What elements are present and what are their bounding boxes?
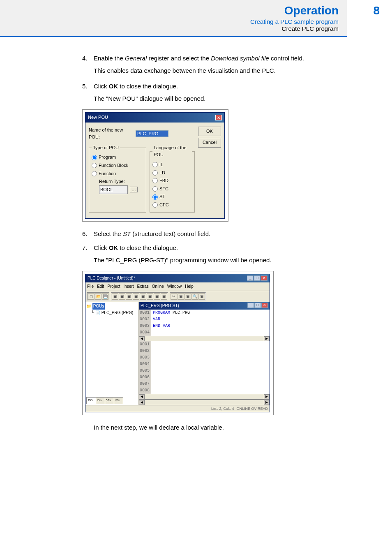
radio-program[interactable] — [92, 155, 97, 160]
dialog-titlebar: New POU ✕ — [85, 113, 224, 123]
scroll-left-icon[interactable]: ◀ — [139, 400, 145, 405]
radio-ld[interactable] — [152, 170, 158, 176]
return-type-label: Return Type: — [99, 178, 143, 185]
line-number: 0001 — [139, 310, 151, 316]
toolbar-icon[interactable]: ▣ — [161, 293, 167, 300]
toolbar-save-icon[interactable]: 💾 — [102, 293, 108, 300]
scroll-left-icon[interactable]: ◀ — [139, 336, 145, 341]
scrollbar[interactable]: ◀ ▶ — [139, 394, 270, 399]
close-icon[interactable]: ✕ — [215, 115, 222, 120]
italic-term: General — [125, 55, 147, 62]
minimize-icon[interactable]: _ — [247, 275, 254, 281]
declaration-pane[interactable]: 0001PROGRAM PLC_PRG 0002VAR 0003END_VAR … — [139, 310, 270, 336]
line-number: 0004 — [139, 361, 151, 368]
maximize-icon[interactable]: □ — [254, 275, 261, 281]
radio-function-block[interactable] — [92, 163, 97, 168]
radio-st[interactable] — [152, 194, 158, 200]
toolbar-copy-icon[interactable]: ▣ — [178, 293, 184, 300]
line-number: 0006 — [139, 374, 151, 381]
toolbar-icon[interactable]: ▣ — [198, 293, 205, 300]
scroll-left-icon[interactable]: ◀ — [139, 394, 145, 399]
toolbar-cut-icon[interactable]: ✂ — [171, 293, 177, 300]
header-subtitle-2: Create PLC program — [215, 25, 339, 32]
text: Enable the — [94, 55, 125, 62]
keyword: PROGRAM — [153, 310, 170, 315]
pou-name-input[interactable] — [136, 130, 168, 137]
folder-icon: 📁 — [86, 304, 91, 308]
body-content: 4. Enable the General register and selec… — [0, 37, 392, 432]
step-6: 6. Select the ST (structured text) contr… — [82, 229, 359, 239]
scroll-right-icon[interactable]: ▶ — [264, 336, 270, 341]
tab-pou[interactable]: PO.. — [86, 397, 96, 404]
minimize-icon[interactable]: _ — [247, 303, 254, 308]
toolbars: ▢ 📂 💾 ▣ ▣ ▣ ▣ ▣ ▣ ▣ ▣ ✂ ▣ ▣ — [85, 291, 270, 302]
menu-file[interactable]: File — [87, 283, 94, 290]
scrollbar[interactable]: ◀ ▶ — [139, 336, 270, 341]
radio-cfc[interactable] — [152, 202, 158, 208]
close-icon[interactable]: ✕ — [261, 303, 268, 308]
screenshot-plc-designer: PLC Designer - (Untitled)* _ □ ✕ File Ed… — [82, 271, 274, 415]
step-number: 5. — [82, 81, 94, 91]
toolbar-icon[interactable]: ▣ — [140, 293, 146, 300]
cancel-button[interactable]: Cancel — [198, 138, 221, 148]
tree-root[interactable]: POUs — [92, 303, 105, 310]
text: register and select the — [147, 55, 211, 62]
toolbar-find-icon[interactable]: 🔍 — [191, 293, 198, 300]
toolbar-icon[interactable]: ▣ — [126, 293, 132, 300]
step-number: 4. — [82, 53, 94, 63]
plc-designer-window: PLC Designer - (Untitled)* _ □ ✕ File Ed… — [85, 274, 270, 412]
editor-titlebar: PLC_PRG (PRG-ST) _ □ ✕ — [139, 302, 270, 310]
toolbar-icon[interactable]: ▣ — [112, 293, 118, 300]
close-icon[interactable]: ✕ — [261, 275, 267, 281]
body-pane[interactable]: 0001 0002 0003 0004 0005 0006 0007 0008 — [139, 341, 270, 394]
language-group: Language of the POU IL LD FBD SFC ST CFC — [150, 144, 195, 213]
ok-button[interactable]: OK — [198, 127, 221, 136]
header-subtitle-1: Creating a PLC sample program — [215, 18, 339, 25]
toolbar-group-3: ✂ ▣ ▣ 🔍 ▣ — [170, 292, 206, 301]
tab-data[interactable]: Da.. — [96, 397, 105, 404]
toolbar-new-icon[interactable]: ▢ — [88, 293, 95, 300]
radio-fbd[interactable] — [152, 178, 158, 183]
toolbar-icon[interactable]: ▣ — [133, 293, 139, 300]
text: (structured text) control field. — [131, 230, 210, 237]
tree-item-plc-prg[interactable]: └ 📄 PLC_PRG (PRG) — [91, 310, 138, 316]
bold-term: OK — [109, 83, 118, 90]
scrollbar[interactable]: ◀ ▶ — [139, 400, 270, 405]
toolbar-icon[interactable]: ▣ — [147, 293, 153, 300]
menu-window[interactable]: Window — [167, 283, 182, 290]
tree-tabs: PO.. Da.. Vis.. Re.. — [86, 397, 138, 404]
radio-label: CFC — [159, 201, 169, 209]
return-type-select[interactable]: BOOL — [99, 185, 128, 194]
tab-res[interactable]: Re.. — [114, 397, 123, 404]
tree-items: 📁 POUs └ 📄 PLC_PRG (PRG) — [86, 303, 138, 397]
text: to close the dialogue. — [118, 244, 178, 251]
radio-label: IL — [159, 161, 163, 169]
toolbar-open-icon[interactable]: 📂 — [95, 293, 101, 300]
radio-function[interactable] — [92, 171, 97, 176]
radio-sfc[interactable] — [152, 186, 158, 192]
text: Click — [94, 83, 109, 90]
tab-vis[interactable]: Vis.. — [105, 397, 114, 404]
scroll-right-icon[interactable]: ▶ — [264, 394, 270, 399]
menu-edit[interactable]: Edit — [97, 283, 104, 290]
header-text: Operation Creating a PLC sample program … — [215, 0, 347, 37]
menu-online[interactable]: Online — [152, 283, 164, 290]
maximize-icon[interactable]: □ — [254, 303, 261, 308]
new-pou-dialog: New POU ✕ Name of the new POU: Type of P… — [85, 112, 225, 219]
bold-term: OK — [109, 244, 118, 251]
return-type-browse-button[interactable]: … — [130, 187, 138, 192]
menu-extras[interactable]: Extras — [137, 283, 149, 290]
menu-project[interactable]: Project — [107, 283, 120, 290]
radio-il[interactable] — [152, 162, 158, 167]
toolbar-paste-icon[interactable]: ▣ — [184, 293, 191, 300]
step-5-sub: The "New POU" dialogue will be opened. — [94, 94, 359, 104]
toolbar-icon[interactable]: ▣ — [154, 293, 160, 300]
header-title: Operation — [215, 4, 339, 17]
scroll-right-icon[interactable]: ▶ — [264, 400, 270, 405]
toolbar-group-2: ▣ ▣ ▣ ▣ ▣ ▣ ▣ ▣ — [111, 292, 168, 301]
menu-help[interactable]: Help — [185, 283, 194, 290]
menu-insert[interactable]: Insert — [123, 283, 134, 290]
toolbar-icon[interactable]: ▣ — [119, 293, 125, 300]
window-title: PLC Designer - (Untitled)* — [88, 275, 135, 282]
italic-term: Download symbol file — [211, 55, 269, 62]
